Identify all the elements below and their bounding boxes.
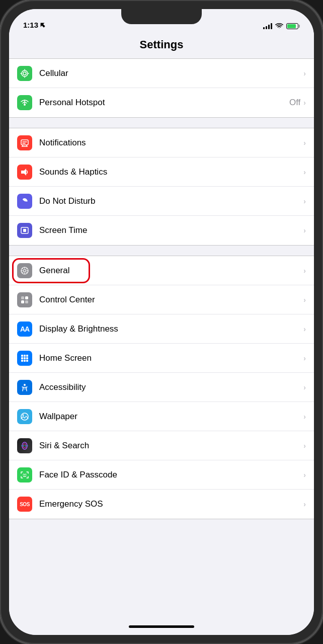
controlcenter-chevron: › (303, 296, 306, 304)
settings-row-accessibility[interactable]: Accessibility › (9, 373, 314, 402)
display-label: Display & Brightness (39, 324, 303, 334)
sounds-icon (17, 165, 32, 180)
location-icon (40, 22, 45, 28)
general-icon (17, 263, 32, 278)
settings-content[interactable]: Settings Cellular (9, 33, 314, 618)
cellular-icon (17, 66, 32, 81)
faceid-icon (17, 467, 32, 482)
settings-row-cellular[interactable]: Cellular › (9, 59, 314, 88)
screentime-label: Screen Time (39, 225, 303, 235)
screentime-chevron: › (303, 226, 306, 234)
settings-row-sos[interactable]: SOS Emergency SOS › (9, 490, 314, 519)
settings-row-notifications[interactable]: Notifications › (9, 128, 314, 157)
sos-chevron: › (303, 500, 306, 508)
signal-icon (263, 23, 272, 29)
accessibility-chevron: › (303, 383, 306, 391)
dnd-label: Do Not Disturb (39, 196, 303, 206)
siri-icon (17, 438, 32, 453)
accessibility-icon (17, 380, 32, 395)
svg-line-27 (22, 272, 23, 273)
settings-group-network: Cellular › Personal Hotspot (9, 58, 314, 118)
notifications-icon (17, 135, 32, 150)
sos-icon: SOS (17, 497, 32, 512)
hotspot-icon (17, 95, 32, 110)
svg-rect-36 (24, 357, 26, 359)
sos-label: Emergency SOS (39, 499, 303, 509)
homescreen-label: Home Screen (39, 353, 303, 363)
settings-row-wallpaper[interactable]: Wallpaper › (9, 402, 314, 431)
display-icon: AA (17, 321, 32, 337)
status-time: 1:13 (23, 21, 45, 29)
svg-rect-32 (21, 355, 23, 357)
svg-point-42 (21, 413, 28, 420)
settings-row-display[interactable]: AA Display & Brightness › (9, 314, 314, 344)
display-chevron: › (303, 325, 306, 333)
settings-row-screentime[interactable]: Screen Time › (9, 216, 314, 245)
svg-rect-29 (25, 296, 28, 299)
sounds-label: Sounds & Haptics (39, 167, 303, 177)
faceid-chevron: › (303, 471, 306, 479)
settings-row-siri[interactable]: Siri & Search › (9, 431, 314, 460)
page-title: Settings (9, 33, 314, 58)
phone-screen: 1:13 (9, 9, 314, 635)
settings-row-controlcenter[interactable]: Control Center › (9, 285, 314, 314)
svg-point-0 (22, 70, 28, 76)
siri-label: Siri & Search (39, 441, 303, 451)
status-icons (263, 23, 300, 29)
svg-marker-15 (21, 169, 26, 176)
home-bar (129, 625, 194, 628)
homescreen-chevron: › (303, 354, 306, 362)
notifications-chevron: › (303, 139, 306, 147)
svg-point-19 (24, 269, 26, 272)
settings-group-system2: General › Control Center › (9, 256, 314, 519)
svg-point-48 (26, 473, 27, 474)
notifications-label: Notifications (39, 138, 303, 148)
homescreen-icon (17, 351, 32, 366)
notch (121, 9, 202, 24)
phone-frame: 1:13 (0, 0, 323, 644)
sounds-chevron: › (303, 168, 306, 176)
controlcenter-icon (17, 292, 32, 307)
svg-point-47 (23, 473, 24, 474)
settings-row-dnd[interactable]: Do Not Disturb › (9, 187, 314, 216)
dnd-chevron: › (303, 197, 306, 205)
svg-rect-30 (21, 300, 24, 303)
controlcenter-label: Control Center (39, 295, 303, 305)
wifi-icon (275, 23, 283, 29)
siri-chevron: › (303, 442, 306, 450)
hotspot-value: Off (289, 98, 300, 108)
battery-icon (286, 23, 300, 29)
svg-line-24 (22, 268, 23, 269)
svg-rect-17 (23, 229, 26, 232)
svg-rect-35 (21, 357, 23, 359)
settings-row-homescreen[interactable]: Home Screen › (9, 344, 314, 373)
hotspot-chevron: › (303, 99, 306, 107)
wallpaper-icon (17, 409, 32, 424)
svg-rect-37 (26, 357, 28, 359)
time-display: 1:13 (23, 21, 38, 29)
svg-rect-31 (25, 300, 28, 303)
svg-rect-9 (21, 140, 28, 145)
general-label: General (39, 266, 303, 276)
dnd-icon (17, 194, 32, 209)
settings-group-system1: Notifications › Sounds & Haptics › (9, 128, 314, 246)
svg-line-25 (26, 272, 27, 273)
settings-row-faceid[interactable]: Face ID & Passcode › (9, 460, 314, 490)
svg-point-6 (24, 104, 26, 106)
wallpaper-label: Wallpaper (39, 412, 303, 422)
accessibility-label: Accessibility (39, 382, 303, 392)
general-chevron: › (303, 267, 306, 275)
hotspot-label: Personal Hotspot (39, 98, 289, 108)
svg-rect-34 (26, 355, 28, 357)
svg-rect-28 (21, 296, 24, 299)
home-indicator (9, 618, 314, 635)
svg-point-1 (23, 72, 26, 75)
screentime-icon (17, 223, 32, 238)
settings-row-general[interactable]: General › (9, 256, 314, 285)
svg-line-26 (26, 268, 27, 269)
svg-point-41 (24, 384, 26, 386)
settings-row-sounds[interactable]: Sounds & Haptics › (9, 157, 314, 187)
svg-point-43 (23, 414, 24, 416)
settings-row-hotspot[interactable]: Personal Hotspot Off › (9, 88, 314, 117)
cellular-label: Cellular (39, 68, 303, 78)
